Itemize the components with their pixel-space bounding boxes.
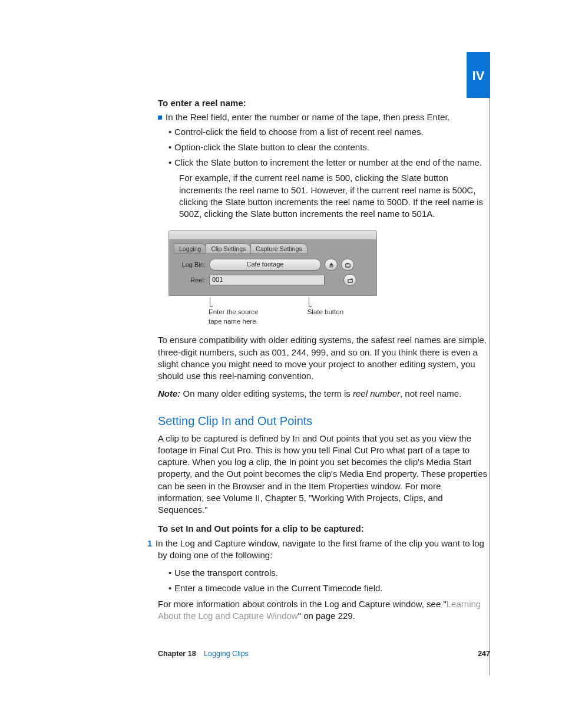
section-paragraph: A clip to be captured is defined by In a… bbox=[158, 433, 488, 516]
note-line: Note: On many older editing systems, the… bbox=[158, 388, 488, 400]
panel-window: LoggingClip SettingsCapture Settings Log… bbox=[168, 230, 377, 296]
section-heading-setting-clip: Setting Clip In and Out Points bbox=[158, 413, 488, 429]
side-rule bbox=[490, 98, 490, 675]
more-info-paragraph: For more information about controls in t… bbox=[158, 598, 488, 622]
tab-clip-settings[interactable]: Clip Settings bbox=[206, 243, 251, 254]
sub-bullet: •Use the transport controls. bbox=[168, 567, 488, 579]
up-arrow-icon-button[interactable] bbox=[325, 259, 338, 271]
moreinfo-before: For more information about controls in t… bbox=[158, 599, 447, 609]
sub-bullet: •Click the Slate button to increment the… bbox=[168, 157, 488, 169]
bullet-square-icon bbox=[158, 116, 162, 120]
part-tab: IV bbox=[467, 52, 490, 98]
callout-text: Enter the source bbox=[209, 308, 308, 317]
step-text: In the Log and Capture window, navigate … bbox=[156, 538, 484, 560]
panel-body: LoggingClip SettingsCapture Settings Log… bbox=[169, 240, 376, 295]
page-footer: Chapter 18 Logging Clips 247 bbox=[158, 649, 490, 659]
reel-input[interactable]: 001 bbox=[209, 275, 325, 285]
moreinfo-after: " on page 229. bbox=[298, 611, 355, 621]
reel-row: Reel: 001 bbox=[174, 274, 372, 286]
ui-screenshot: LoggingClip SettingsCapture Settings Log… bbox=[168, 230, 377, 326]
svg-rect-2 bbox=[348, 279, 352, 282]
bullet-dot-icon: • bbox=[168, 141, 174, 153]
chapter-title: Logging Clips bbox=[204, 650, 249, 658]
sub-bullet: •Enter a timecode value in the Current T… bbox=[168, 582, 488, 594]
procedure-heading: To enter a reel name: bbox=[158, 97, 488, 109]
page-number: 247 bbox=[478, 649, 490, 659]
footer-left: Chapter 18 Logging Clips bbox=[158, 649, 249, 659]
svg-rect-0 bbox=[345, 264, 349, 268]
logbin-row: Log Bin: Cafe footage bbox=[174, 259, 372, 271]
sub-bullet-text: Enter a timecode value in the Current Ti… bbox=[174, 583, 383, 593]
bullet-dot-icon: • bbox=[168, 567, 174, 579]
window-titlebar bbox=[169, 231, 376, 240]
tab-bar: LoggingClip SettingsCapture Settings bbox=[174, 243, 372, 254]
new-bin-icon-button[interactable] bbox=[341, 259, 354, 271]
note-label: Note: bbox=[158, 388, 180, 398]
note-italic: reel number bbox=[353, 388, 400, 398]
sub-bullet-text: Control-click the field to choose from a… bbox=[174, 127, 424, 137]
callout-slate-button: Slate button bbox=[308, 297, 377, 326]
sub-bullet-text: Click the Slate button to increment the … bbox=[174, 157, 482, 167]
logbin-label: Log Bin: bbox=[174, 261, 209, 269]
sub-bullet: •Option-click the Slate button to clear … bbox=[168, 141, 488, 153]
bullet-dot-icon: • bbox=[168, 126, 174, 138]
main-bullet-text: In the Reel field, enter the number or n… bbox=[166, 112, 450, 122]
page-content: To enter a reel name: In the Reel field,… bbox=[158, 97, 488, 622]
svg-rect-1 bbox=[346, 263, 348, 264]
note-text-after: , not reel name. bbox=[400, 388, 461, 398]
logbin-button[interactable]: Cafe footage bbox=[209, 259, 321, 271]
slate-icon-button[interactable] bbox=[343, 274, 356, 286]
chapter-number: Chapter 18 bbox=[158, 650, 196, 658]
tab-capture-settings[interactable]: Capture Settings bbox=[250, 243, 307, 254]
callout-reel-field: Enter the source tape name here. bbox=[209, 297, 308, 326]
compatibility-paragraph: To ensure compatibility with older editi… bbox=[158, 334, 488, 382]
step-number: 1 bbox=[147, 538, 156, 549]
sub-bullet: •Control-click the field to choose from … bbox=[168, 126, 488, 138]
sub-bullet-text: Use the transport controls. bbox=[174, 568, 278, 578]
note-text: On many older editing systems, the term … bbox=[183, 388, 353, 398]
callout-text: tape name here. bbox=[209, 317, 308, 327]
sub-bullet-text: Option-click the Slate button to clear t… bbox=[174, 142, 369, 152]
ui-callouts: Enter the source tape name here. Slate b… bbox=[168, 297, 377, 326]
procedure-heading: To set In and Out points for a clip to b… bbox=[158, 523, 488, 535]
example-paragraph: For example, if the current reel name is… bbox=[168, 172, 488, 220]
main-bullet: In the Reel field, enter the number or n… bbox=[151, 111, 488, 123]
sub-bullet-list: •Control-click the field to choose from … bbox=[158, 126, 488, 220]
bullet-dot-icon: • bbox=[168, 157, 174, 169]
tab-logging[interactable]: Logging bbox=[174, 243, 206, 254]
sub-bullet-list: •Use the transport controls. •Enter a ti… bbox=[158, 567, 488, 595]
reel-label: Reel: bbox=[174, 276, 209, 285]
bullet-dot-icon: • bbox=[168, 582, 174, 594]
callout-text: Slate button bbox=[308, 308, 377, 317]
numbered-step: 1In the Log and Capture window, navigate… bbox=[147, 538, 488, 562]
document-page: IV To enter a reel name: In the Reel fie… bbox=[0, 0, 562, 728]
